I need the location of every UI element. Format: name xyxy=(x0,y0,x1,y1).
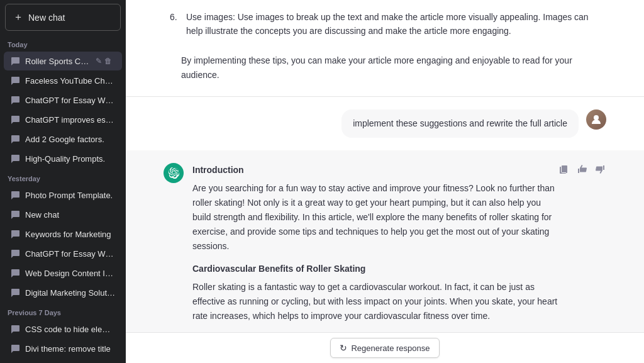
sidebar-item-add-google[interactable]: Add 2 Google factors. xyxy=(4,130,122,148)
regenerate-bar: ↻ Regenerate response xyxy=(126,332,644,363)
sidebar-item-keywords[interactable]: Keywords for Marketing xyxy=(4,225,122,243)
sidebar-item-css-code[interactable]: CSS code to hide element. xyxy=(4,320,122,338)
chat-icon xyxy=(10,268,20,278)
svg-point-0 xyxy=(594,115,599,120)
sidebar-item-photo-text: Photo Prompt Template. xyxy=(25,191,116,200)
assistant-row-inner: Introduction Are you searching for a fun… xyxy=(164,163,606,332)
chat-icon xyxy=(10,343,20,354)
delete-icon[interactable]: 🗑 xyxy=(104,57,112,65)
numbered-item-6: 6. Use images: Use images to break up th… xyxy=(164,10,606,38)
user-message-bubble: implement these suggestions and rewrite … xyxy=(341,109,579,138)
sidebar-item-digital-marketing-text: Digital Marketing Solutions. xyxy=(25,288,116,298)
assistant-message-row: Introduction Are you searching for a fun… xyxy=(126,150,644,332)
chat-icon xyxy=(10,75,20,86)
chat-icon xyxy=(10,249,20,259)
assistant-section-heading: Cardiovascular Benefits of Roller Skatin… xyxy=(192,262,558,276)
section-label-prev7: Previous 7 Days xyxy=(0,303,126,319)
top-list-section: 6. Use images: Use images to break up th… xyxy=(126,0,644,97)
sidebar-item-web-design[interactable]: Web Design Content Ideas. xyxy=(4,264,122,282)
regenerate-button[interactable]: ↻ Regenerate response xyxy=(330,338,439,358)
sidebar-item-chatgpt-essay2-text: ChatGPT for Essay Writing. xyxy=(25,249,116,259)
sidebar-item-roller-sports-text: Roller Sports Comparis xyxy=(25,57,93,66)
gpt-logo xyxy=(164,163,184,183)
assistant-body: Introduction Are you searching for a fun… xyxy=(192,163,558,332)
chat-area: 6. Use images: Use images to break up th… xyxy=(126,0,644,332)
tip-paragraph: By implementing these tips, you can make… xyxy=(164,47,606,86)
sidebar-item-css-text: CSS code to hide element. xyxy=(25,325,116,334)
sidebar-item-digital-marketing[interactable]: Digital Marketing Solutions. xyxy=(4,283,122,302)
user-message-text: implement these suggestions and rewrite … xyxy=(353,118,567,128)
sidebar-item-divi-theme[interactable]: Divi theme: remove title xyxy=(4,339,122,358)
sidebar-item-web-design-text: Web Design Content Ideas. xyxy=(25,269,116,278)
main-content: 6. Use images: Use images to break up th… xyxy=(126,0,644,363)
sidebar-item-chatgpt-essay-text: ChatGPT for Essay Writing xyxy=(25,96,116,105)
chat-icon xyxy=(10,324,20,334)
sidebar: ＋ New chat Today Roller Sports Comparis … xyxy=(0,0,126,363)
item6-text: Use images: Use images to break up the t… xyxy=(186,10,606,38)
sidebar-item-keywords-text: Keywords for Marketing xyxy=(25,230,116,239)
user-message-row: implement these suggestions and rewrite … xyxy=(126,97,644,150)
chat-icon xyxy=(10,134,20,144)
sidebar-item-divi-text: Divi theme: remove title xyxy=(25,344,116,354)
thumbs-up-button[interactable] xyxy=(576,163,589,177)
item-actions-roller: ✎ 🗑 xyxy=(96,57,116,65)
sidebar-item-high-quality-text: High-Quality Prompts. xyxy=(25,154,116,164)
regenerate-label: Regenerate response xyxy=(351,343,430,353)
edit-icon[interactable]: ✎ xyxy=(96,57,102,65)
chat-icon xyxy=(10,95,20,105)
sidebar-nav: Today Roller Sports Comparis ✎ 🗑 Faceles… xyxy=(0,35,126,363)
chat-icon xyxy=(10,190,20,200)
thumbs-down-button[interactable] xyxy=(594,163,606,177)
copy-icon xyxy=(560,164,570,174)
chat-icon xyxy=(10,114,20,125)
section-label-yesterday: Yesterday xyxy=(0,169,126,185)
new-chat-button[interactable]: ＋ New chat xyxy=(5,4,121,31)
sidebar-item-faceless-text: Faceless YouTube Channel Nic xyxy=(25,76,116,86)
message-actions xyxy=(558,163,606,177)
item6-num: 6. xyxy=(170,10,181,38)
copy-button[interactable] xyxy=(558,163,571,177)
plus-icon: ＋ xyxy=(13,11,23,24)
sidebar-item-new-chat-y-text: New chat xyxy=(25,210,116,220)
section-label-today: Today xyxy=(0,35,126,51)
assistant-heading: Introduction xyxy=(192,163,558,177)
chat-icon xyxy=(10,288,20,298)
sidebar-item-faceless-youtube[interactable]: Faceless YouTube Channel Nic xyxy=(4,71,122,90)
thumbs-down-icon xyxy=(595,164,605,174)
assistant-top-row: Introduction Are you searching for a fun… xyxy=(192,163,606,332)
chat-icon xyxy=(10,229,20,239)
sidebar-item-roller-sports[interactable]: Roller Sports Comparis ✎ 🗑 xyxy=(4,52,122,70)
sidebar-item-chatgpt-essay[interactable]: ChatGPT for Essay Writing xyxy=(4,91,122,109)
sidebar-item-new-chat-y[interactable]: New chat xyxy=(4,205,122,224)
sidebar-item-chatgpt-essay2[interactable]: ChatGPT for Essay Writing. xyxy=(4,244,122,263)
assistant-content: Introduction Are you searching for a fun… xyxy=(192,163,606,332)
sidebar-item-chatgpt-improves[interactable]: ChatGPT improves essay writ xyxy=(4,110,122,129)
sidebar-item-high-quality[interactable]: High-Quality Prompts. xyxy=(4,149,122,168)
chat-icon xyxy=(10,209,20,220)
avatar xyxy=(586,109,606,130)
regenerate-icon: ↻ xyxy=(340,343,347,353)
thumbs-up-icon xyxy=(577,164,587,174)
assistant-para2: Roller skating is a fantastic way to get… xyxy=(192,280,558,323)
sidebar-item-photo-prompt[interactable]: Photo Prompt Template. xyxy=(4,186,122,204)
avatar-img xyxy=(586,109,606,130)
person-icon xyxy=(590,113,602,126)
assistant-para1: Are you searching for a fun way to stay … xyxy=(192,181,558,254)
sidebar-item-add-google-text: Add 2 Google factors. xyxy=(25,135,116,144)
new-chat-label: New chat xyxy=(28,13,65,23)
user-message-inner: implement these suggestions and rewrite … xyxy=(341,109,606,138)
sidebar-item-chatgpt-improves-text: ChatGPT improves essay writ xyxy=(25,115,116,125)
chat-icon xyxy=(10,154,20,164)
openai-icon xyxy=(168,167,179,179)
chat-icon xyxy=(10,56,20,66)
